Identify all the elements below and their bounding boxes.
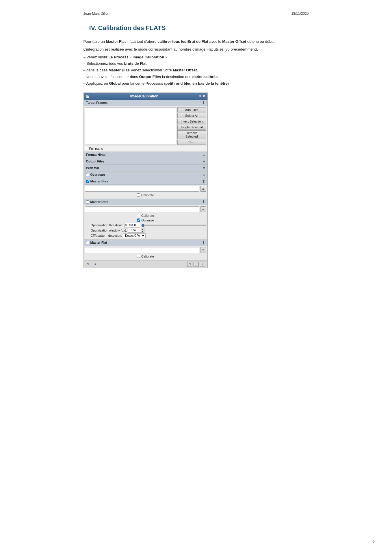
cursor-icon[interactable]: ↖ bbox=[86, 262, 91, 267]
master-flat-section: Master Flat ⬆ ≡ Calibrate bbox=[84, 240, 207, 260]
clear-button[interactable]: Clear bbox=[177, 140, 206, 145]
master-flat-expand-icon[interactable]: ⬆ bbox=[202, 240, 205, 245]
master-dark-optimize-checkbox[interactable] bbox=[137, 219, 140, 222]
target-frames-buttons: Add Files Select All Invert Selection To… bbox=[177, 107, 206, 145]
target-frames-header[interactable]: Target Frames ⬆ bbox=[84, 100, 207, 106]
master-dark-file-row: ≡ bbox=[85, 206, 206, 212]
author: Jean-Marc Dillon bbox=[83, 12, 109, 16]
spinner-down[interactable]: ▼ bbox=[141, 230, 144, 232]
image-calibration-dialog: ⊞ ImageCalibration ≡ × Target Frames ⬆ A… bbox=[83, 92, 208, 268]
master-flat-calibrate-label: Calibrate bbox=[141, 255, 154, 258]
master-bias-file-input[interactable] bbox=[85, 186, 199, 192]
invert-selection-button[interactable]: Invert Selection bbox=[177, 119, 206, 124]
target-frames-section: Target Frames ⬆ Add Files Select All Inv… bbox=[84, 100, 207, 152]
master-dark-checkbox[interactable] bbox=[86, 200, 89, 204]
master-bias-calibrate-checkbox[interactable] bbox=[137, 193, 140, 197]
overscan-icon[interactable]: ≡ bbox=[203, 173, 205, 177]
close-icon[interactable]: × bbox=[203, 94, 205, 98]
master-flat-label: Master Flat bbox=[90, 241, 107, 244]
master-bias-checkbox[interactable] bbox=[86, 180, 89, 183]
master-bias-section: Master Bias ⬆ ≡ Calibrate bbox=[84, 178, 207, 199]
format-hints-label: Format Hints bbox=[86, 153, 106, 156]
pedestal-label: Pedestal bbox=[86, 166, 99, 170]
apply-button[interactable]: ⬚ bbox=[194, 262, 199, 267]
select-all-button[interactable]: Select All bbox=[177, 113, 206, 118]
opt-window-label: Optimization window (px): bbox=[91, 229, 127, 232]
pedestal-section: Pedestal ≡ bbox=[84, 165, 207, 172]
master-dark-calibrate-label: Calibrate bbox=[141, 214, 154, 217]
pedestal-icon[interactable]: ≡ bbox=[203, 166, 205, 170]
spinner-up[interactable]: ▲ bbox=[141, 228, 144, 230]
toggle-selected-button[interactable]: Toggle Selected bbox=[177, 125, 206, 130]
master-flat-header[interactable]: Master Flat ⬆ bbox=[84, 240, 207, 246]
remove-selected-button[interactable]: Remove Selected bbox=[177, 130, 206, 139]
overscan-section: Overscan ≡ bbox=[84, 172, 207, 178]
master-bias-expand-icon[interactable]: ⬆ bbox=[202, 179, 205, 184]
master-flat-calibrate-row: Calibrate bbox=[85, 254, 206, 259]
master-flat-body: ≡ Calibrate bbox=[84, 246, 207, 260]
full-paths-label: Full paths bbox=[89, 147, 103, 150]
new-instance-button[interactable]: □ bbox=[187, 262, 192, 267]
output-files-section: Output Files ≡ bbox=[84, 158, 207, 165]
overscan-label: Overscan bbox=[90, 173, 105, 176]
dialog-title-icon: ⊞ bbox=[86, 94, 90, 99]
dialog-title: ImageCalibration bbox=[130, 94, 158, 98]
master-bias-label: Master Bias bbox=[90, 180, 108, 183]
cfa-row: CFA pattern detection: Detect CFA bbox=[85, 233, 206, 238]
dialog-bottom-bar: ↖ ● □ ⬚ ✕ bbox=[84, 260, 207, 268]
opt-window-spinner[interactable]: ▲ ▼ bbox=[128, 228, 144, 233]
master-dark-section: Master Dark ⬆ ≡ Calibrate Optimize Optim… bbox=[84, 199, 207, 240]
format-hints-section: Format Hints ≡ bbox=[84, 152, 207, 158]
add-files-button[interactable]: Add Files bbox=[177, 107, 206, 112]
master-flat-checkbox[interactable] bbox=[86, 241, 89, 244]
master-flat-calibrate-checkbox[interactable] bbox=[137, 255, 140, 258]
opt-window-row: Optimization window (px): ▲ ▼ bbox=[85, 228, 206, 233]
target-frames-label: Target Frames bbox=[86, 101, 108, 104]
output-files-label: Output Files bbox=[86, 160, 105, 163]
pin-icon[interactable]: ≡ bbox=[199, 94, 201, 98]
overscan-checkbox[interactable] bbox=[86, 173, 89, 176]
date: 18/11/2020 bbox=[291, 12, 309, 16]
master-flat-browse-button[interactable]: ≡ bbox=[200, 247, 206, 253]
page-title: IV. Calibration des FLATS bbox=[83, 24, 309, 32]
full-paths-checkbox[interactable] bbox=[85, 147, 88, 150]
master-dark-header[interactable]: Master Dark ⬆ bbox=[84, 199, 207, 205]
output-files-icon[interactable]: ≡ bbox=[203, 159, 205, 164]
master-flat-file-input[interactable] bbox=[85, 247, 199, 253]
target-frames-expand-icon[interactable]: ⬆ bbox=[202, 101, 205, 105]
opt-threshold-slider[interactable] bbox=[141, 225, 206, 226]
master-bias-header[interactable]: Master Bias ⬆ bbox=[84, 178, 207, 185]
master-bias-calibrate-label: Calibrate bbox=[141, 193, 154, 197]
opt-window-input[interactable] bbox=[128, 228, 141, 233]
file-list[interactable] bbox=[85, 107, 176, 145]
master-dark-expand-icon[interactable]: ⬆ bbox=[202, 200, 205, 204]
output-files-header[interactable]: Output Files ≡ bbox=[84, 158, 207, 165]
dialog-titlebar: ⊞ ImageCalibration ≡ × bbox=[84, 93, 207, 100]
master-dark-body: ≡ Calibrate Optimize Optimization thresh… bbox=[84, 205, 207, 239]
cfa-select[interactable]: Detect CFA bbox=[123, 233, 146, 238]
master-dark-browse-button[interactable]: ≡ bbox=[200, 206, 206, 212]
run-icon[interactable]: ● bbox=[93, 262, 98, 267]
master-dark-optimize-row: Optimize bbox=[85, 218, 206, 223]
opt-threshold-label: Optimization threshold: bbox=[91, 223, 123, 227]
target-frames-body: Add Files Select All Invert Selection To… bbox=[84, 106, 207, 146]
cfa-label: CFA pattern detection: bbox=[91, 234, 122, 237]
master-dark-calibrate-checkbox[interactable] bbox=[137, 214, 140, 217]
master-dark-calibrate-row: Calibrate bbox=[85, 213, 206, 218]
close-button[interactable]: ✕ bbox=[200, 262, 205, 267]
opt-threshold-row: Optimization threshold: bbox=[85, 223, 206, 228]
master-dark-file-input[interactable] bbox=[85, 206, 199, 212]
opt-threshold-input[interactable] bbox=[124, 223, 140, 227]
master-bias-browse-button[interactable]: ≡ bbox=[200, 186, 206, 192]
pedestal-header[interactable]: Pedestal ≡ bbox=[84, 165, 207, 171]
master-bias-file-row: ≡ bbox=[85, 186, 206, 192]
master-bias-body: ≡ Calibrate bbox=[84, 185, 207, 199]
overscan-header[interactable]: Overscan ≡ bbox=[84, 172, 207, 178]
master-bias-calibrate-row: Calibrate bbox=[85, 193, 206, 197]
intro-text: Pour faire un Master Flat il faut tout d… bbox=[83, 39, 309, 87]
master-dark-optimize-label: Optimize bbox=[141, 219, 154, 222]
master-flat-file-row: ≡ bbox=[85, 247, 206, 253]
bottom-right-icons: □ ⬚ ✕ bbox=[187, 262, 205, 267]
format-hints-icon[interactable]: ≡ bbox=[203, 153, 205, 157]
format-hints-header[interactable]: Format Hints ≡ bbox=[84, 152, 207, 158]
